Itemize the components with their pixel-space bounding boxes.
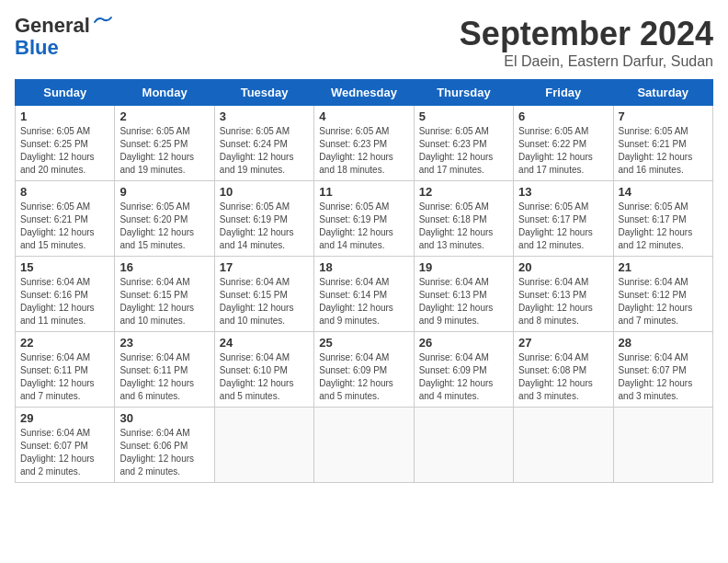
calendar-day-16: 16Sunrise: 6:04 AM Sunset: 6:15 PM Dayli… <box>115 257 214 332</box>
day-number: 6 <box>518 109 608 123</box>
logo: General Blue <box>15 15 113 59</box>
page-header: General Blue September 2024 El Daein, Ea… <box>15 15 713 70</box>
day-number: 23 <box>119 336 209 350</box>
day-info: Sunrise: 6:04 AM Sunset: 6:15 PM Dayligh… <box>220 276 309 327</box>
calendar-day-26: 26Sunrise: 6:04 AM Sunset: 6:09 PM Dayli… <box>414 332 513 408</box>
day-number: 14 <box>619 185 708 199</box>
day-info: Sunrise: 6:05 AM Sunset: 6:21 PM Dayligh… <box>20 201 109 252</box>
calendar-day-22: 22Sunrise: 6:04 AM Sunset: 6:11 PM Dayli… <box>16 332 115 408</box>
calendar-day-empty <box>214 408 313 483</box>
calendar-day-5: 5Sunrise: 6:05 AM Sunset: 6:23 PM Daylig… <box>414 106 513 181</box>
weekday-header-wednesday: Wednesday <box>314 80 414 106</box>
calendar-day-1: 1Sunrise: 6:05 AM Sunset: 6:25 PM Daylig… <box>16 106 115 181</box>
day-number: 11 <box>319 185 408 199</box>
weekday-header-monday: Monday <box>115 80 214 106</box>
day-number: 27 <box>518 336 608 350</box>
month-title: September 2024 <box>460 15 713 53</box>
day-number: 3 <box>220 109 309 123</box>
day-number: 4 <box>319 109 408 123</box>
calendar-day-11: 11Sunrise: 6:05 AM Sunset: 6:19 PM Dayli… <box>314 181 414 257</box>
calendar-day-empty <box>514 408 613 483</box>
calendar-day-13: 13Sunrise: 6:05 AM Sunset: 6:17 PM Dayli… <box>514 181 613 257</box>
day-info: Sunrise: 6:04 AM Sunset: 6:13 PM Dayligh… <box>518 276 608 327</box>
day-info: Sunrise: 6:04 AM Sunset: 6:08 PM Dayligh… <box>518 351 608 403</box>
day-number: 24 <box>220 336 309 350</box>
calendar-day-23: 23Sunrise: 6:04 AM Sunset: 6:11 PM Dayli… <box>115 332 214 408</box>
day-number: 22 <box>20 336 109 350</box>
day-number: 2 <box>119 109 209 123</box>
calendar-day-15: 15Sunrise: 6:04 AM Sunset: 6:16 PM Dayli… <box>16 257 115 332</box>
day-number: 18 <box>319 260 408 274</box>
calendar-day-24: 24Sunrise: 6:04 AM Sunset: 6:10 PM Dayli… <box>214 332 313 408</box>
weekday-header-saturday: Saturday <box>613 80 712 106</box>
calendar-week-4: 22Sunrise: 6:04 AM Sunset: 6:11 PM Dayli… <box>16 332 713 408</box>
logo-text-general: General <box>15 15 90 37</box>
day-info: Sunrise: 6:04 AM Sunset: 6:09 PM Dayligh… <box>419 351 508 403</box>
calendar-day-14: 14Sunrise: 6:05 AM Sunset: 6:17 PM Dayli… <box>613 181 712 257</box>
day-info: Sunrise: 6:04 AM Sunset: 6:06 PM Dayligh… <box>119 427 209 478</box>
day-info: Sunrise: 6:05 AM Sunset: 6:23 PM Dayligh… <box>419 125 508 177</box>
day-info: Sunrise: 6:04 AM Sunset: 6:14 PM Dayligh… <box>319 276 408 327</box>
day-info: Sunrise: 6:05 AM Sunset: 6:25 PM Dayligh… <box>20 125 109 177</box>
calendar-day-empty <box>414 408 513 483</box>
calendar-day-17: 17Sunrise: 6:04 AM Sunset: 6:15 PM Dayli… <box>214 257 313 332</box>
day-info: Sunrise: 6:05 AM Sunset: 6:21 PM Dayligh… <box>619 125 708 177</box>
day-number: 8 <box>20 185 109 199</box>
calendar-week-5: 29Sunrise: 6:04 AM Sunset: 6:07 PM Dayli… <box>16 408 713 483</box>
calendar-day-empty <box>613 408 712 483</box>
calendar-day-7: 7Sunrise: 6:05 AM Sunset: 6:21 PM Daylig… <box>613 106 712 181</box>
day-info: Sunrise: 6:04 AM Sunset: 6:12 PM Dayligh… <box>619 276 708 327</box>
calendar-day-19: 19Sunrise: 6:04 AM Sunset: 6:13 PM Dayli… <box>414 257 513 332</box>
day-info: Sunrise: 6:04 AM Sunset: 6:07 PM Dayligh… <box>619 351 708 403</box>
day-number: 5 <box>419 109 508 123</box>
day-number: 16 <box>119 260 209 274</box>
day-info: Sunrise: 6:05 AM Sunset: 6:19 PM Dayligh… <box>220 201 309 252</box>
calendar-week-1: 1Sunrise: 6:05 AM Sunset: 6:25 PM Daylig… <box>16 106 713 181</box>
day-number: 10 <box>220 185 309 199</box>
calendar-day-27: 27Sunrise: 6:04 AM Sunset: 6:08 PM Dayli… <box>514 332 613 408</box>
day-number: 19 <box>419 260 508 274</box>
calendar-day-2: 2Sunrise: 6:05 AM Sunset: 6:25 PM Daylig… <box>115 106 214 181</box>
weekday-header-thursday: Thursday <box>414 80 513 106</box>
day-number: 13 <box>518 185 608 199</box>
calendar-day-25: 25Sunrise: 6:04 AM Sunset: 6:09 PM Dayli… <box>314 332 414 408</box>
day-number: 21 <box>619 260 708 274</box>
day-info: Sunrise: 6:05 AM Sunset: 6:23 PM Dayligh… <box>319 125 408 177</box>
calendar-day-10: 10Sunrise: 6:05 AM Sunset: 6:19 PM Dayli… <box>214 181 313 257</box>
day-info: Sunrise: 6:04 AM Sunset: 6:15 PM Dayligh… <box>119 276 209 327</box>
calendar-day-9: 9Sunrise: 6:05 AM Sunset: 6:20 PM Daylig… <box>115 181 214 257</box>
day-number: 17 <box>220 260 309 274</box>
day-number: 25 <box>319 336 408 350</box>
location-title: El Daein, Eastern Darfur, Sudan <box>460 53 713 70</box>
day-info: Sunrise: 6:05 AM Sunset: 6:19 PM Dayligh… <box>319 201 408 252</box>
day-number: 30 <box>119 411 209 425</box>
day-info: Sunrise: 6:04 AM Sunset: 6:09 PM Dayligh… <box>319 351 408 403</box>
calendar-day-6: 6Sunrise: 6:05 AM Sunset: 6:22 PM Daylig… <box>514 106 613 181</box>
day-number: 15 <box>20 260 109 274</box>
calendar-table: SundayMondayTuesdayWednesdayThursdayFrid… <box>15 79 713 483</box>
calendar-day-4: 4Sunrise: 6:05 AM Sunset: 6:23 PM Daylig… <box>314 106 414 181</box>
calendar-week-3: 15Sunrise: 6:04 AM Sunset: 6:16 PM Dayli… <box>16 257 713 332</box>
weekday-header-friday: Friday <box>514 80 613 106</box>
day-info: Sunrise: 6:05 AM Sunset: 6:17 PM Dayligh… <box>619 201 708 252</box>
day-info: Sunrise: 6:05 AM Sunset: 6:22 PM Dayligh… <box>518 125 608 177</box>
day-info: Sunrise: 6:05 AM Sunset: 6:25 PM Dayligh… <box>119 125 209 177</box>
day-number: 9 <box>119 185 209 199</box>
day-number: 29 <box>20 411 109 425</box>
day-info: Sunrise: 6:04 AM Sunset: 6:10 PM Dayligh… <box>220 351 309 403</box>
weekday-header-tuesday: Tuesday <box>214 80 313 106</box>
calendar-day-empty <box>314 408 414 483</box>
day-info: Sunrise: 6:05 AM Sunset: 6:18 PM Dayligh… <box>419 201 508 252</box>
day-number: 1 <box>20 109 109 123</box>
day-info: Sunrise: 6:05 AM Sunset: 6:20 PM Dayligh… <box>119 201 209 252</box>
day-number: 12 <box>419 185 508 199</box>
day-info: Sunrise: 6:05 AM Sunset: 6:24 PM Dayligh… <box>220 125 309 177</box>
title-block: September 2024 El Daein, Eastern Darfur,… <box>460 15 713 70</box>
weekday-header-sunday: Sunday <box>16 80 115 106</box>
calendar-day-28: 28Sunrise: 6:04 AM Sunset: 6:07 PM Dayli… <box>613 332 712 408</box>
calendar-day-29: 29Sunrise: 6:04 AM Sunset: 6:07 PM Dayli… <box>16 408 115 483</box>
day-info: Sunrise: 6:04 AM Sunset: 6:11 PM Dayligh… <box>119 351 209 403</box>
logo-bird-icon <box>93 15 113 29</box>
day-number: 26 <box>419 336 508 350</box>
day-number: 20 <box>518 260 608 274</box>
